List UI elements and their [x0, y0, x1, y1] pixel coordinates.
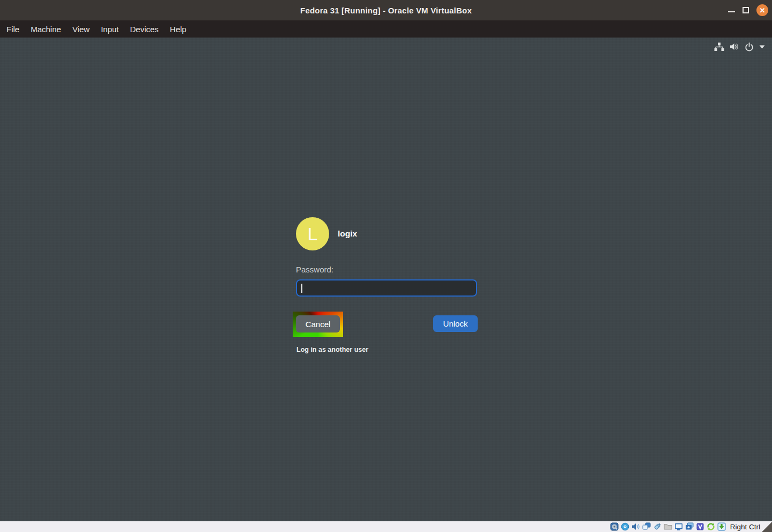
unlock-button[interactable]: Unlock: [433, 315, 478, 332]
menubar: File Machine View Input Devices Help: [0, 20, 772, 38]
statusbar: Right Ctrl: [0, 521, 772, 532]
cancel-button[interactable]: Cancel: [296, 315, 340, 332]
cancel-highlight-annotation: Cancel: [293, 312, 343, 337]
network-adapters-icon[interactable]: [642, 522, 651, 531]
menu-view[interactable]: View: [72, 25, 90, 34]
system-tray: [714, 41, 765, 52]
close-icon[interactable]: ✕: [756, 4, 768, 16]
display-icon[interactable]: [674, 522, 683, 531]
avatar: L: [296, 217, 329, 250]
maximize-icon[interactable]: [743, 7, 749, 13]
usb-icon[interactable]: [653, 522, 662, 531]
mouse-integration-icon[interactable]: [707, 522, 715, 531]
menu-devices[interactable]: Devices: [130, 25, 159, 34]
menu-machine[interactable]: Machine: [31, 25, 61, 34]
guest-screen: L logix Password: Cancel Unlock Log in a…: [0, 38, 772, 521]
password-label: Password:: [296, 265, 333, 274]
avatar-letter: L: [308, 224, 318, 245]
virtualization-icon[interactable]: [696, 522, 704, 531]
volume-icon[interactable]: [730, 42, 739, 51]
titlebar: Fedora 31 [Running] - Oracle VM VirtualB…: [0, 0, 772, 20]
keyboard-capture-icon[interactable]: [717, 522, 726, 531]
hdd-icon[interactable]: [610, 522, 619, 531]
window-controls: ✕: [728, 0, 768, 20]
chevron-down-icon[interactable]: [759, 45, 765, 49]
virtualbox-window: Fedora 31 [Running] - Oracle VM VirtualB…: [0, 0, 772, 532]
login-as-another-user-link[interactable]: Log in as another user: [296, 346, 368, 353]
optical-disk-icon[interactable]: [621, 522, 629, 531]
menu-input[interactable]: Input: [101, 25, 118, 34]
shared-folders-icon[interactable]: [664, 522, 672, 531]
menu-file[interactable]: File: [6, 25, 19, 34]
power-icon[interactable]: [745, 42, 754, 51]
recording-icon[interactable]: [685, 522, 694, 531]
network-icon[interactable]: [714, 42, 724, 51]
audio-icon[interactable]: [632, 522, 640, 531]
minimize-icon[interactable]: [728, 11, 735, 12]
menu-help[interactable]: Help: [170, 25, 187, 34]
resize-grip[interactable]: [762, 522, 772, 532]
password-input[interactable]: [296, 279, 477, 297]
username: logix: [338, 229, 357, 239]
user-row: L logix: [296, 217, 357, 250]
window-title: Fedora 31 [Running] - Oracle VM VirtualB…: [300, 6, 472, 15]
host-key-label: Right Ctrl: [730, 523, 760, 531]
